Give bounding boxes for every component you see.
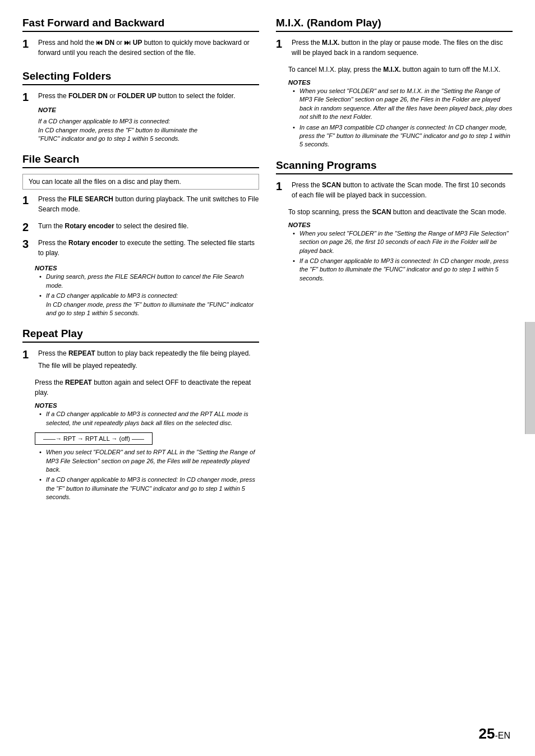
- step-num: 3: [22, 238, 35, 250]
- notes-list: If a CD changer applicable to MP3 is con…: [35, 410, 259, 427]
- step-text: Press the SCAN button to activate the Sc…: [292, 180, 513, 200]
- list-item: When you select "FOLDER" and set to RPT …: [39, 448, 259, 474]
- list-item: When you select "FOLDER" and set to M.I.…: [293, 87, 513, 122]
- page: Fast Forward and Backward 1 Press and ho…: [0, 0, 535, 756]
- file-search-notes: NOTES During search, press the FILE SEAR…: [22, 265, 259, 317]
- section-repeat-play: Repeat Play 1 Press the REPEAT button to…: [22, 328, 259, 501]
- right-column: M.I.X. (Random Play) 1 Press the M.I.X. …: [276, 17, 513, 722]
- notes-list: When you select "FOLDER" and set to M.I.…: [288, 87, 513, 149]
- step-content: Press the FILE SEARCH button during play…: [38, 194, 259, 216]
- scanning-title: Scanning Programs: [276, 159, 513, 174]
- step-num: 1: [276, 180, 288, 192]
- repeat-play-step1: 1 Press the REPEAT button to play back r…: [22, 348, 259, 373]
- step-content: Press the Rotary encoder to execute the …: [38, 238, 259, 260]
- note-title: NOTE: [38, 105, 259, 115]
- list-item: When you select "FOLDER" in the "Setting…: [293, 229, 513, 255]
- step-content: Press the M.I.X. button in the play or p…: [292, 38, 513, 60]
- step-num: 2: [22, 221, 35, 233]
- file-search-step2: 2 Turn the Rotary encoder to select the …: [22, 221, 259, 233]
- section-file-search: File Search You can locate all the files…: [22, 153, 259, 317]
- notes-list: When you select "FOLDER" in the "Setting…: [288, 229, 513, 283]
- notes-title: NOTES: [288, 79, 513, 86]
- scanning-notes: NOTES When you select "FOLDER" in the "S…: [276, 222, 513, 283]
- page-num-value: 25: [479, 725, 495, 742]
- scanning-extra: To stop scanning, press the SCAN button …: [276, 207, 513, 217]
- fast-forward-title: Fast Forward and Backward: [22, 17, 259, 32]
- step-num: 1: [22, 194, 35, 206]
- step-text: Turn the Rotary encoder to select the de…: [38, 221, 259, 231]
- notes-title: NOTES: [288, 222, 513, 228]
- step-content: Press the REPEAT button to play back rep…: [38, 348, 259, 373]
- section-mix: M.I.X. (Random Play) 1 Press the M.I.X. …: [276, 17, 513, 149]
- file-search-title: File Search: [22, 153, 259, 168]
- step-content: Press and hold the ⏮ DN or ⏭ UP button t…: [38, 38, 259, 60]
- notes-title: NOTES: [35, 265, 259, 271]
- step-num: 1: [22, 38, 35, 50]
- list-item: If a CD changer applicable to MP3 is con…: [39, 476, 259, 501]
- file-search-step3: 3 Press the Rotary encoder to execute th…: [22, 238, 259, 260]
- sidebar-tab: [525, 322, 535, 434]
- mix-extra: To cancel M.I.X. play, press the M.I.X. …: [276, 64, 513, 75]
- page-number: 25-EN: [479, 725, 510, 743]
- list-item: If a CD changer applicable to MP3 is con…: [39, 410, 259, 427]
- fast-forward-step1: 1 Press and hold the ⏮ DN or ⏭ UP button…: [22, 38, 259, 60]
- file-search-info-box: You can locate all the files on a disc a…: [22, 174, 259, 190]
- content-columns: Fast Forward and Backward 1 Press and ho…: [22, 17, 513, 722]
- notes-list-2: When you select "FOLDER" and set to RPT …: [35, 448, 259, 501]
- list-item: If a CD changer applicable to MP3 is con…: [293, 257, 513, 283]
- scanning-step1: 1 Press the SCAN button to activate the …: [276, 180, 513, 202]
- step-text: Press the M.I.X. button in the play or p…: [292, 38, 513, 58]
- step-content: Press the FOLDER DN or FOLDER UP button …: [38, 91, 259, 143]
- note-text: If a CD changer applicable to MP3 is con…: [38, 117, 259, 143]
- list-item: During search, press the FILE SEARCH but…: [39, 273, 259, 290]
- rpt-end: ——: [132, 435, 144, 442]
- section-selecting-folders: Selecting Folders 1 Press the FOLDER DN …: [22, 70, 259, 143]
- rpt-diagram: ——→ RPT → RPT ALL → (off) ——: [35, 432, 153, 445]
- selecting-folders-title: Selecting Folders: [22, 70, 259, 85]
- section-fast-forward: Fast Forward and Backward 1 Press and ho…: [22, 17, 259, 60]
- step-content: Turn the Rotary encoder to select the de…: [38, 221, 259, 233]
- left-column: Fast Forward and Backward 1 Press and ho…: [22, 17, 259, 722]
- list-item: If a CD changer applicable to MP3 is con…: [39, 292, 259, 317]
- page-num-suffix: -EN: [495, 731, 510, 740]
- step-text: Press the REPEAT button to play back rep…: [38, 348, 259, 358]
- step-text: Press and hold the ⏮ DN or ⏭ UP button t…: [38, 38, 259, 58]
- file-search-step1: 1 Press the FILE SEARCH button during pl…: [22, 194, 259, 216]
- step-text: Press the Rotary encoder to execute the …: [38, 238, 259, 258]
- step-content: Press the SCAN button to activate the Sc…: [292, 180, 513, 202]
- selecting-folders-step1: 1 Press the FOLDER DN or FOLDER UP butto…: [22, 91, 259, 143]
- section-scanning: Scanning Programs 1 Press the SCAN butto…: [276, 159, 513, 283]
- list-item: In case an MP3 compatible CD changer is …: [293, 123, 513, 149]
- step-text: Press the FILE SEARCH button during play…: [38, 194, 259, 214]
- repeat-play-title: Repeat Play: [22, 328, 259, 343]
- mix-title: M.I.X. (Random Play): [276, 17, 513, 32]
- rpt-arrow: ——: [43, 435, 56, 442]
- step-num: 1: [22, 91, 35, 103]
- repeat-extra: Press the REPEAT button again and select…: [22, 377, 259, 398]
- step-text: Press the FOLDER DN or FOLDER UP button …: [38, 91, 259, 101]
- step-num: 1: [276, 38, 288, 50]
- mix-step1: 1 Press the M.I.X. button in the play or…: [276, 38, 513, 60]
- step-num: 1: [22, 348, 35, 361]
- notes-list: During search, press the FILE SEARCH but…: [35, 273, 259, 317]
- notes-title: NOTES: [35, 402, 259, 409]
- step-line2: The file will be played repeatedly.: [38, 361, 259, 371]
- repeat-notes: NOTES If a CD changer applicable to MP3 …: [22, 402, 259, 501]
- mix-notes: NOTES When you select "FOLDER" and set t…: [276, 79, 513, 149]
